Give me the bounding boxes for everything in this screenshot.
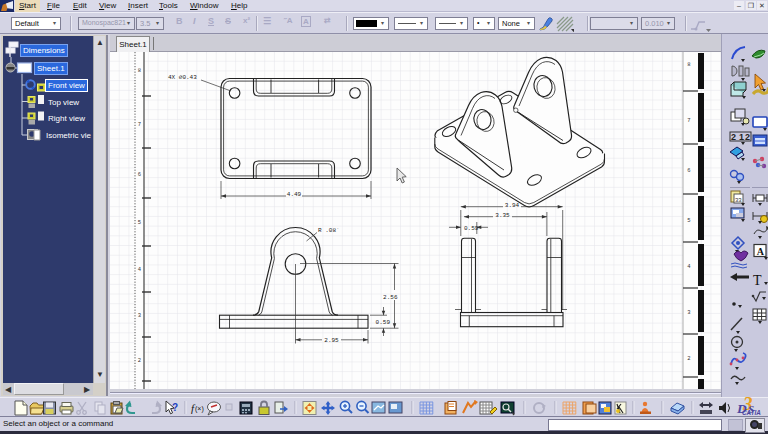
svg-text:A: A (757, 246, 765, 257)
svg-text:T: T (753, 273, 762, 288)
svg-text:6: 6 (687, 167, 690, 174)
svg-text:3: 3 (138, 312, 141, 319)
svg-text:3.94: 3.94 (505, 202, 520, 209)
svg-text:?: ? (172, 402, 178, 413)
svg-text:CATIA: CATIA (742, 409, 761, 416)
svg-text:3: 3 (687, 309, 690, 316)
svg-text:5: 5 (138, 219, 141, 226)
svg-text:0.59: 0.59 (464, 225, 479, 232)
svg-text:2: 2 (138, 357, 141, 364)
svg-text:7: 7 (687, 117, 690, 124)
svg-text:4.49: 4.49 (287, 191, 302, 198)
svg-text:(×): (×) (195, 405, 204, 413)
svg-text:7: 7 (138, 121, 141, 128)
svg-text:2: 2 (687, 355, 690, 362)
svg-text:8: 8 (687, 61, 690, 68)
svg-text:3.35: 3.35 (495, 212, 510, 219)
svg-text:4X ⌀0.43: 4X ⌀0.43 (168, 74, 197, 81)
svg-text:2.95: 2.95 (324, 337, 339, 344)
svg-text:33: 33 (735, 197, 742, 203)
svg-text:R .08´: R .08´ (318, 227, 340, 234)
svg-text:0.59: 0.59 (376, 319, 391, 326)
svg-text:2.56: 2.56 (383, 294, 398, 301)
svg-text:5: 5 (687, 217, 690, 224)
svg-text:8: 8 (138, 67, 141, 74)
svg-text:6: 6 (138, 171, 141, 178)
